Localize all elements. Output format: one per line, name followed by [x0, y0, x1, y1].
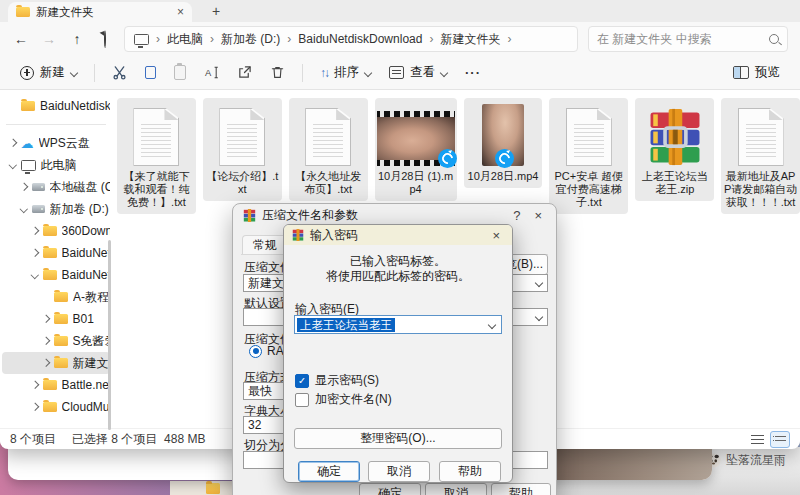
dialog-titlebar[interactable]: 压缩文件名和参数 ? ×: [233, 204, 556, 226]
encrypt-filenames-checkbox[interactable]: 加密文件名(N): [295, 391, 392, 408]
winrar-icon: [292, 229, 304, 241]
file-tile[interactable]: 【来了就能下载和观看！纯免费！】.txt: [117, 98, 196, 214]
file-tile[interactable]: 10月28日.mp4: [464, 98, 543, 188]
explorer-tab[interactable]: 新建文件夹 ×: [8, 2, 192, 22]
sidebar-item-baidunetdisk-pinned[interactable]: BaiduNetdiskD: [2, 95, 110, 117]
dialog-titlebar[interactable]: 输入密码 ×: [284, 225, 512, 245]
password-info-text: 已输入密码标签。 将使用匹配此标签的密码。: [284, 254, 512, 284]
preview-button[interactable]: 预览: [725, 60, 788, 86]
tab-close-icon[interactable]: ×: [177, 6, 184, 18]
sidebar-item-new-folder-selected[interactable]: 新建文件夹: [2, 352, 110, 374]
forward-button[interactable]: →: [40, 31, 58, 47]
chevron-right-icon: [42, 359, 50, 367]
show-password-checkbox[interactable]: ✓ 显示密码(S): [295, 372, 379, 389]
more-options-button[interactable]: ···: [457, 65, 489, 80]
file-tile[interactable]: 10月28日 (1).mp4: [375, 98, 457, 201]
chevron-right-icon: [42, 337, 50, 345]
details-view-toggle-active[interactable]: [770, 431, 790, 448]
chevron-right-icon: [20, 183, 28, 191]
file-name: 上老王论坛当老王.zip: [637, 170, 712, 196]
password-combobox[interactable]: 上老王论坛当老王: [294, 315, 502, 334]
breadcrumb-baidunetdiskdownload[interactable]: BaiduNetdiskDownload: [298, 32, 422, 46]
sort-icon: ↑↓: [320, 66, 328, 80]
sort-button[interactable]: ↑↓ 排序: [312, 60, 379, 86]
dialog-title: 输入密码: [310, 227, 358, 244]
breadcrumb-separator: ›: [287, 32, 291, 46]
new-tab-button[interactable]: +: [206, 4, 226, 18]
username: 坠落流星雨: [726, 452, 786, 469]
back-button[interactable]: ←: [12, 31, 30, 47]
chevron-down-icon: [31, 271, 39, 279]
address-bar[interactable]: › 此电脑 › 新加卷 (D:) › BaiduNetdiskDownload …: [124, 26, 578, 52]
dialog-title: 压缩文件名和参数: [262, 207, 358, 224]
cut-button[interactable]: [104, 60, 135, 86]
view-button[interactable]: 查看: [381, 60, 455, 86]
refresh-button[interactable]: [96, 31, 114, 47]
sidebar-item-360download[interactable]: 360Downloa: [2, 220, 110, 242]
folder-icon: [43, 402, 57, 413]
copy-button[interactable]: [137, 60, 164, 86]
sidebar-item-baidunetdisk-2[interactable]: BaiduNetdis: [2, 264, 110, 286]
rename-button[interactable]: A: [196, 60, 227, 86]
sidebar-item-wps-cloud[interactable]: ☁ WPS云盘: [2, 132, 110, 154]
sidebar-scrollbar[interactable]: [108, 240, 111, 430]
breadcrumb-current-folder[interactable]: 新建文件夹: [440, 31, 500, 48]
share-icon: [237, 65, 252, 80]
paste-button[interactable]: [166, 60, 194, 86]
breadcrumb-drive-d[interactable]: 新加卷 (D:): [221, 31, 280, 48]
cancel-button[interactable]: 取消: [368, 461, 430, 482]
help-button[interactable]: ?: [509, 209, 524, 222]
list-view-toggle[interactable]: [751, 434, 764, 445]
netdisk-sync-badge-icon: [438, 149, 457, 168]
tab-general[interactable]: 常规: [242, 235, 288, 255]
sidebar-item-this-pc[interactable]: 此电脑: [2, 154, 110, 176]
sidebar-item-local-disk-c[interactable]: 本地磁盘 (C:): [2, 176, 110, 198]
file-tile[interactable]: 上老王论坛当老王.zip: [635, 98, 714, 201]
ok-button[interactable]: 确定: [359, 483, 421, 495]
desktop: 坠落流星雨 新建文件夹 × + ← → ↑ › 此电脑 › 新加卷 (D:): [0, 0, 800, 495]
ok-button[interactable]: 确定: [298, 461, 360, 482]
breadcrumb-this-pc[interactable]: 此电脑: [167, 31, 203, 48]
chevron-right-icon: [31, 249, 39, 257]
file-tile[interactable]: 【永久地址发布页】.txt: [289, 98, 368, 201]
sidebar-item-cloudmusic[interactable]: CloudMusic: [2, 396, 110, 418]
sidebar-item-s-lou[interactable]: S免酱爱LOU: [2, 330, 110, 352]
sidebar-item-baidunetdisk-1[interactable]: BaiduNetdis: [2, 242, 110, 264]
folder-icon: [54, 336, 68, 347]
delete-button[interactable]: [262, 60, 293, 86]
cancel-button[interactable]: 取消: [425, 483, 487, 495]
file-tile[interactable]: 最新地址及APP请发邮箱自动获取！！！.txt: [721, 98, 800, 214]
sidebar-item-drive-d[interactable]: 新加卷 (D:): [2, 198, 110, 220]
this-pc-icon: [134, 34, 149, 45]
sidebar-item-a-tutorial[interactable]: A-教程文件: [2, 286, 110, 308]
copy-icon: [145, 66, 156, 79]
netdisk-sync-badge-icon: [495, 149, 514, 168]
new-button[interactable]: 新建: [12, 60, 85, 86]
share-button[interactable]: [229, 60, 260, 86]
password-value-selected: 上老王论坛当老王: [297, 318, 395, 332]
folder-icon: [43, 270, 57, 281]
organize-passwords-button[interactable]: 整理密码(O)...: [294, 428, 502, 449]
search-input[interactable]: 在 新建文件夹 中搜索: [588, 26, 788, 52]
search-icon: [769, 34, 779, 44]
close-button[interactable]: ×: [488, 229, 504, 242]
text-file-icon: [219, 108, 265, 166]
tab-title: 新建文件夹: [36, 5, 94, 20]
up-button[interactable]: ↑: [68, 31, 86, 47]
tab-bar: 新建文件夹 × +: [0, 0, 800, 22]
sidebar-item-b01[interactable]: B01: [2, 308, 110, 330]
sort-button-label: 排序: [334, 64, 359, 81]
chevron-right-icon: [31, 403, 39, 411]
file-tile[interactable]: 【论坛介绍】.txt: [203, 98, 282, 201]
file-name: PC+安卓 超便宜付费高速梯子.txt: [551, 170, 626, 209]
toolbar-divider: [94, 64, 95, 82]
folder-icon: [43, 380, 57, 391]
text-file-icon: [133, 108, 179, 166]
sidebar-divider: [6, 124, 106, 125]
chevron-right-icon: [42, 315, 50, 323]
close-button[interactable]: ×: [530, 209, 546, 222]
file-tile[interactable]: PC+安卓 超便宜付费高速梯子.txt: [549, 98, 628, 214]
sidebar-item-battlenet[interactable]: Battle.net: [2, 374, 110, 396]
help-button[interactable]: 帮助: [439, 461, 501, 482]
help-button[interactable]: 帮助: [491, 483, 551, 495]
